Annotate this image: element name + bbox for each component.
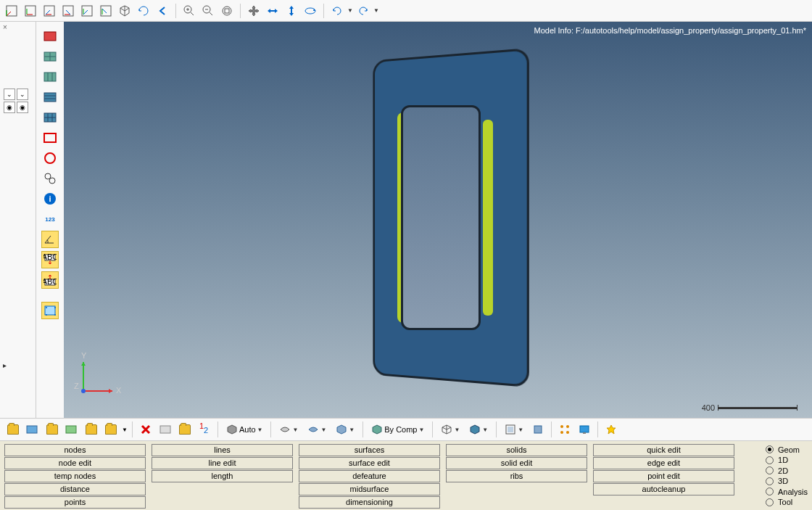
svg-text:Y: Y bbox=[81, 351, 87, 360]
dropdown-2-icon[interactable]: ⌄ bbox=[17, 89, 28, 100]
wire-cube-dropdown[interactable]: ▼ bbox=[437, 422, 463, 437]
maskred-icon[interactable] bbox=[41, 129, 59, 147]
view-reverse-icon[interactable] bbox=[135, 2, 152, 20]
eye2-icon[interactable]: ◉ bbox=[17, 102, 28, 113]
radio-analysis[interactable]: Analysis bbox=[766, 487, 808, 497]
grid1-icon[interactable] bbox=[41, 48, 59, 65]
panel-temp-nodes[interactable]: temp nodes bbox=[4, 470, 146, 482]
grid3-icon[interactable] bbox=[41, 89, 59, 106]
renumber-icon[interactable]: 12 bbox=[196, 421, 213, 438]
svg-rect-35 bbox=[44, 93, 56, 102]
radio-2d[interactable]: 2D bbox=[766, 466, 808, 476]
svg-rect-78 bbox=[583, 432, 586, 434]
shading-auto-dropdown[interactable]: Auto ▼ bbox=[223, 422, 267, 437]
solid-cube-dropdown[interactable]: ▼ bbox=[465, 422, 492, 437]
svg-point-54 bbox=[54, 307, 56, 308]
numbers-icon[interactable]: 123 bbox=[41, 210, 59, 228]
panel-points[interactable]: points bbox=[4, 496, 146, 509]
radio-1d[interactable]: 1D bbox=[766, 456, 808, 466]
label-down-icon[interactable]: ABC bbox=[41, 251, 59, 268]
panel-surface-edit[interactable]: surface edit bbox=[299, 457, 440, 469]
geom-shade-dropdown[interactable]: ▼ bbox=[276, 422, 302, 437]
view-prev-icon[interactable] bbox=[154, 2, 171, 20]
comp-icon[interactable] bbox=[24, 421, 41, 438]
view-xz-left-icon[interactable] bbox=[41, 2, 58, 20]
panel-solid-edit[interactable]: solid edit bbox=[446, 457, 587, 469]
panel-ribs[interactable]: ribs bbox=[446, 470, 587, 482]
panel-solids[interactable]: solids bbox=[446, 444, 587, 456]
prop-icon[interactable] bbox=[83, 421, 100, 438]
mask-icon[interactable] bbox=[41, 28, 59, 45]
rotate-icon[interactable] bbox=[302, 2, 319, 20]
close-panel-icon[interactable]: × bbox=[3, 23, 7, 31]
transparency-dropdown[interactable]: ▼ bbox=[501, 422, 527, 437]
svg-line-19 bbox=[191, 12, 194, 15]
organize-icon[interactable] bbox=[176, 421, 194, 438]
zoom-out-icon[interactable] bbox=[199, 2, 217, 20]
elem-shade-dropdown[interactable]: ▼ bbox=[332, 422, 358, 437]
collection-icon[interactable] bbox=[4, 421, 22, 438]
panel-distance[interactable]: distance bbox=[4, 483, 146, 495]
view-xz-right-icon[interactable] bbox=[59, 2, 77, 20]
pan-icon[interactable] bbox=[245, 2, 262, 20]
collapse-arrow-icon[interactable]: ▸ bbox=[3, 361, 7, 369]
view-xy-top-icon[interactable] bbox=[3, 2, 20, 20]
favorite-icon[interactable] bbox=[602, 421, 620, 438]
panel-defeature[interactable]: defeature bbox=[299, 470, 440, 482]
radio-geom[interactable]: Geom bbox=[766, 445, 808, 455]
measure-angle-icon[interactable] bbox=[41, 231, 59, 248]
panel-autocleanup[interactable]: autocleanup bbox=[593, 483, 734, 495]
panel-node-edit[interactable]: node edit bbox=[4, 457, 146, 469]
zoom-in-icon[interactable] bbox=[181, 2, 198, 20]
panel-length[interactable]: length bbox=[152, 470, 293, 482]
label-up-icon[interactable]: ABC bbox=[41, 271, 59, 289]
info-icon[interactable]: i bbox=[41, 190, 59, 207]
grid4-icon[interactable] bbox=[41, 109, 59, 126]
radio-3d[interactable]: 3D bbox=[766, 477, 808, 487]
viewport-3d[interactable]: Model Info: F:/autotools/help/model/assi… bbox=[64, 22, 812, 418]
view-yz-front-icon[interactable] bbox=[78, 2, 96, 20]
shrink-icon[interactable] bbox=[529, 421, 547, 438]
circle-icon[interactable] bbox=[41, 149, 59, 167]
panel-dimensioning[interactable]: dimensioning bbox=[299, 496, 440, 509]
svg-marker-58 bbox=[109, 389, 112, 393]
mat-icon[interactable] bbox=[63, 421, 80, 438]
panel-midsurface[interactable]: midsurface bbox=[299, 483, 440, 495]
left-panel: × ⌄⌄ ◉◉ ▸ bbox=[0, 22, 36, 418]
panel-line-edit[interactable]: line edit bbox=[152, 457, 293, 469]
svg-line-11 bbox=[66, 10, 70, 15]
panel-surfaces[interactable]: surfaces bbox=[299, 444, 440, 456]
spin-ccw-icon[interactable] bbox=[328, 2, 346, 20]
view-iso-icon[interactable] bbox=[116, 2, 133, 20]
grid2-icon[interactable] bbox=[41, 68, 59, 86]
svg-point-75 bbox=[560, 431, 563, 434]
panel-edge-edit[interactable]: edge edit bbox=[593, 457, 734, 469]
panel-nodes[interactable]: nodes bbox=[4, 444, 146, 456]
arrow-left-right-icon[interactable] bbox=[264, 2, 281, 20]
dropdown-1-icon[interactable]: ⌄ bbox=[4, 89, 15, 100]
view-xy-bottom-icon[interactable] bbox=[22, 2, 39, 20]
spin-cw-icon[interactable] bbox=[355, 2, 372, 20]
svg-text:Z: Z bbox=[74, 382, 79, 390]
set-icon[interactable] bbox=[102, 421, 120, 438]
display-nodes-icon[interactable] bbox=[556, 421, 573, 438]
svg-rect-77 bbox=[580, 426, 589, 432]
panel-point-edit[interactable]: point edit bbox=[593, 470, 734, 482]
bycomp-dropdown[interactable]: By Comp ▼ bbox=[368, 422, 428, 437]
fit-icon[interactable] bbox=[218, 2, 236, 20]
svg-point-45 bbox=[49, 178, 55, 184]
panel-lines[interactable]: lines bbox=[152, 444, 293, 456]
find-icon[interactable] bbox=[41, 170, 59, 187]
assy-icon[interactable] bbox=[44, 421, 61, 438]
card-icon[interactable] bbox=[157, 421, 174, 438]
delete-icon[interactable] bbox=[137, 421, 154, 438]
view-yz-rear-icon[interactable] bbox=[97, 2, 115, 20]
eye-icon[interactable]: ◉ bbox=[4, 102, 15, 113]
svg-rect-26 bbox=[225, 9, 229, 13]
mesh-shade-dropdown[interactable]: ▼ bbox=[304, 422, 330, 437]
radio-tool[interactable]: Tool bbox=[766, 498, 808, 508]
arrow-up-down-icon[interactable] bbox=[283, 2, 300, 20]
panel-quick-edit[interactable]: quick edit bbox=[593, 444, 734, 456]
window-icon[interactable] bbox=[41, 302, 59, 319]
screen-icon[interactable] bbox=[576, 421, 593, 438]
